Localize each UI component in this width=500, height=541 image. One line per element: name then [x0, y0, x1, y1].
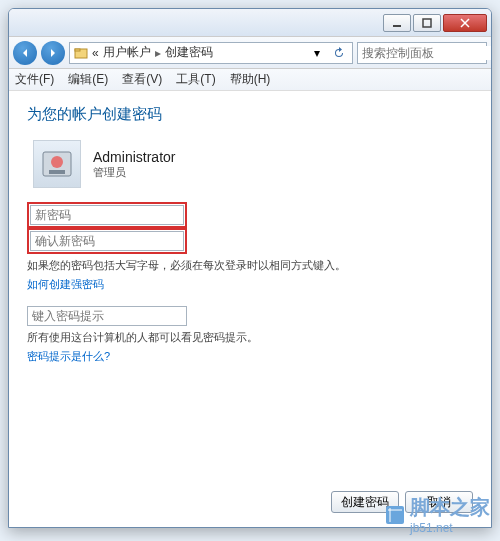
svg-rect-8	[386, 506, 404, 524]
new-password-field[interactable]	[30, 205, 184, 225]
watermark-site: 脚本之家	[410, 494, 490, 521]
page-title: 为您的帐户创建密码	[27, 105, 473, 124]
svg-rect-7	[49, 170, 65, 174]
back-button[interactable]	[13, 41, 37, 65]
user-role: 管理员	[93, 165, 175, 180]
svg-point-6	[51, 156, 63, 168]
minimize-button[interactable]	[383, 14, 411, 32]
search-input[interactable]	[358, 46, 492, 60]
note-text: 如果您的密码包括大写字母，必须在每次登录时以相同方式键入。	[27, 258, 473, 273]
folder-icon	[74, 46, 88, 60]
highlight-box	[27, 202, 187, 228]
highlight-box	[27, 228, 187, 254]
breadcrumb-item[interactable]: 用户帐户	[103, 44, 151, 61]
breadcrumb-prefix: «	[92, 46, 99, 60]
script-icon	[384, 504, 406, 526]
svg-rect-1	[423, 19, 431, 27]
svg-rect-3	[75, 49, 80, 51]
watermark-url: jb51.net	[410, 521, 490, 535]
titlebar	[9, 9, 491, 37]
menu-file[interactable]: 文件(F)	[15, 71, 54, 88]
menubar: 文件(F) 编辑(E) 查看(V) 工具(T) 帮助(H)	[9, 69, 491, 91]
breadcrumb-item[interactable]: 创建密码	[165, 44, 213, 61]
confirm-password-field[interactable]	[30, 231, 184, 251]
hint-help-link[interactable]: 密码提示是什么?	[27, 349, 473, 364]
chevron-right-icon: ▸	[155, 46, 161, 60]
window: « 用户帐户 ▸ 创建密码 ▾ 文件(F) 编辑(E) 查看(V) 工具(T) …	[8, 8, 492, 528]
menu-view[interactable]: 查看(V)	[122, 71, 162, 88]
svg-rect-0	[393, 25, 401, 27]
refresh-button[interactable]	[330, 43, 348, 63]
password-hint-field[interactable]	[27, 306, 187, 326]
forward-button[interactable]	[41, 41, 65, 65]
user-row: Administrator 管理员	[27, 140, 473, 188]
content: 为您的帐户创建密码 Administrator 管理员 如果您的密码包括大写字母…	[9, 91, 491, 378]
dropdown-button[interactable]: ▾	[308, 43, 326, 63]
user-name: Administrator	[93, 149, 175, 165]
search-field[interactable]	[357, 42, 487, 64]
menu-tools[interactable]: 工具(T)	[176, 71, 215, 88]
note-text: 所有使用这台计算机的人都可以看见密码提示。	[27, 330, 473, 345]
strong-password-link[interactable]: 如何创建强密码	[27, 277, 473, 292]
close-button[interactable]	[443, 14, 487, 32]
maximize-button[interactable]	[413, 14, 441, 32]
menu-edit[interactable]: 编辑(E)	[68, 71, 108, 88]
menu-help[interactable]: 帮助(H)	[230, 71, 271, 88]
watermark: 脚本之家 jb51.net	[384, 494, 490, 535]
navbar: « 用户帐户 ▸ 创建密码 ▾	[9, 37, 491, 69]
avatar	[33, 140, 81, 188]
address-bar[interactable]: « 用户帐户 ▸ 创建密码 ▾	[69, 42, 353, 64]
